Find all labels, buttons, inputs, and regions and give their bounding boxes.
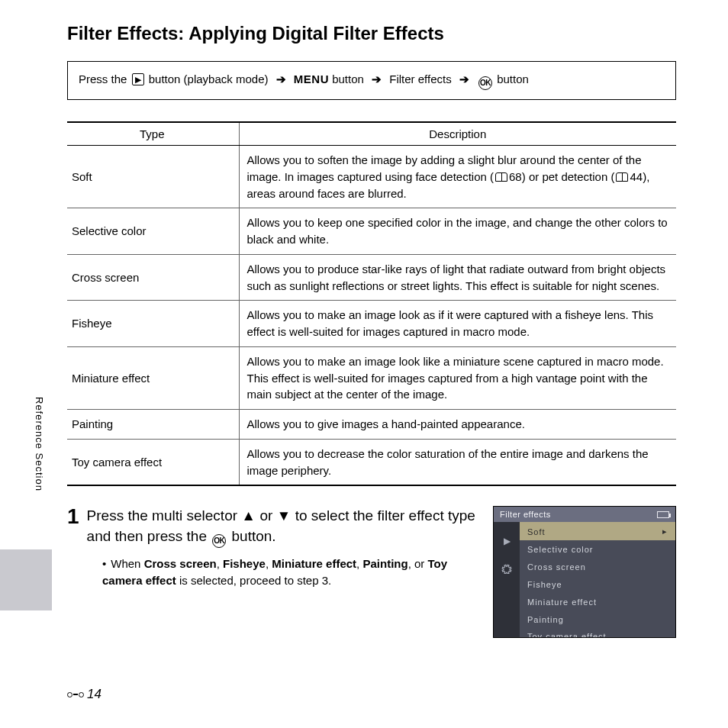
ok-icon: OK <box>212 534 226 548</box>
desc-cell: Allows you to give images a hand-painted… <box>239 410 676 440</box>
type-cell: Cross screen <box>67 254 239 301</box>
filter-effects-table: Type Description Soft Allows you to soft… <box>67 121 676 486</box>
table-row: Fisheye Allows you to make an image look… <box>67 301 676 347</box>
desc-cell: Allows you to soften the image by adding… <box>239 146 676 208</box>
nav-button-word-1: button <box>332 72 364 85</box>
ref-number: 44 <box>630 170 643 183</box>
sub-join: , <box>266 557 272 570</box>
type-cell: Miniature effect <box>67 346 239 409</box>
arrow-icon: ➔ <box>459 72 469 85</box>
table-row: Selective color Allows you to keep one s… <box>67 208 676 255</box>
type-cell: Selective color <box>67 208 239 255</box>
step-head-part: button. <box>227 528 275 544</box>
nav-button-word-2: button <box>497 72 529 85</box>
manual-ref-icon <box>616 172 628 182</box>
menu-button-label: MENU <box>294 72 329 85</box>
arrow-icon: ➔ <box>276 72 286 85</box>
page-number-value: 14 <box>87 687 101 702</box>
bold-term: Miniature effect <box>272 557 356 570</box>
table-row: Painting Allows you to give images a han… <box>67 410 676 440</box>
desc-cell: Allows you to keep one specified color i… <box>239 208 676 255</box>
ref-number: 68 <box>509 170 522 183</box>
navigation-path-box: Press the ▶ button (playback mode) ➔ MEN… <box>67 61 676 100</box>
lcd-item: Cross screen <box>520 558 675 575</box>
lcd-item-label: Soft <box>527 527 546 536</box>
playback-tab-icon: ▶ <box>500 536 514 546</box>
step-number: 1 <box>67 506 79 527</box>
nav-press-the: Press the <box>79 72 127 85</box>
step-head-part: or <box>256 507 276 523</box>
table-header-description: Description <box>239 122 676 146</box>
bold-term: Cross screen <box>144 557 217 570</box>
playback-icon: ▶ <box>132 73 144 85</box>
bullet-icon: • <box>102 557 106 570</box>
lcd-item: Toy camera effect <box>520 628 675 637</box>
sub-join: , or <box>408 557 428 570</box>
step-head-part: Press the multi selector <box>87 507 242 523</box>
page-number: 14 <box>67 687 101 702</box>
lcd-menu-list: Soft ▸ Selective color Cross screen Fish… <box>520 522 675 637</box>
side-tab <box>0 549 52 610</box>
down-triangle-icon: ▼ <box>277 507 292 523</box>
lcd-header: Filter effects <box>494 507 675 522</box>
type-cell: Toy camera effect <box>67 439 239 485</box>
chevron-right-icon: ▸ <box>662 527 668 536</box>
arrow-icon: ➔ <box>372 72 382 85</box>
step-1: 1 Press the multi selector ▲ or ▼ to sel… <box>67 506 676 638</box>
type-cell: Soft <box>67 146 239 208</box>
bold-term: Fisheye <box>223 557 266 570</box>
nav-playback-mode: button (playback mode) <box>149 72 269 85</box>
desc-cell: Allows you to make an image look like a … <box>239 346 676 409</box>
table-row: Soft Allows you to soften the image by a… <box>67 146 676 208</box>
desc-text: ) or pet detection ( <box>522 170 615 183</box>
setup-tab-icon <box>500 563 514 574</box>
step-subtext: •When Cross screen, Fisheye, Miniature e… <box>102 556 479 590</box>
up-triangle-icon: ▲ <box>241 507 256 523</box>
sub-text: is selected, proceed to step 3. <box>176 574 331 587</box>
ok-icon: OK <box>478 76 492 90</box>
table-row: Miniature effect Allows you to make an i… <box>67 346 676 409</box>
manual-ref-icon <box>495 172 507 182</box>
step-text: 1 Press the multi selector ▲ or ▼ to sel… <box>67 506 479 590</box>
camera-lcd-preview: Filter effects ▶ Soft ▸ Selective color … <box>493 506 676 638</box>
lcd-item: Fisheye <box>520 575 675 593</box>
table-header-type: Type <box>67 122 239 146</box>
battery-icon <box>657 511 669 518</box>
table-row: Cross screen Allows you to produce star-… <box>67 254 676 301</box>
side-section-label: Reference Section <box>34 397 45 491</box>
desc-cell: Allows you to produce star-like rays of … <box>239 254 676 301</box>
type-cell: Fisheye <box>67 301 239 347</box>
lcd-item: Painting <box>520 610 675 628</box>
lcd-sidebar: ▶ <box>494 522 520 637</box>
desc-cell: Allows you to make an image look as if i… <box>239 301 676 347</box>
lcd-item-selected: Soft ▸ <box>520 522 675 540</box>
nav-filter-effects: Filter effects <box>389 72 451 85</box>
lcd-item: Selective color <box>520 540 675 558</box>
sub-text: When <box>111 557 143 570</box>
page-title: Filter Effects: Applying Digital Filter … <box>67 23 676 44</box>
lcd-title: Filter effects <box>500 510 551 519</box>
bold-term: Painting <box>362 557 407 570</box>
step-heading: Press the multi selector ▲ or ▼ to selec… <box>87 507 475 544</box>
sub-join: , <box>217 557 223 570</box>
table-row: Toy camera effect Allows you to decrease… <box>67 439 676 485</box>
lcd-item: Miniature effect <box>520 593 675 610</box>
type-cell: Painting <box>67 410 239 440</box>
reference-section-icon <box>67 692 84 697</box>
desc-cell: Allows you to decrease the color saturat… <box>239 439 676 485</box>
